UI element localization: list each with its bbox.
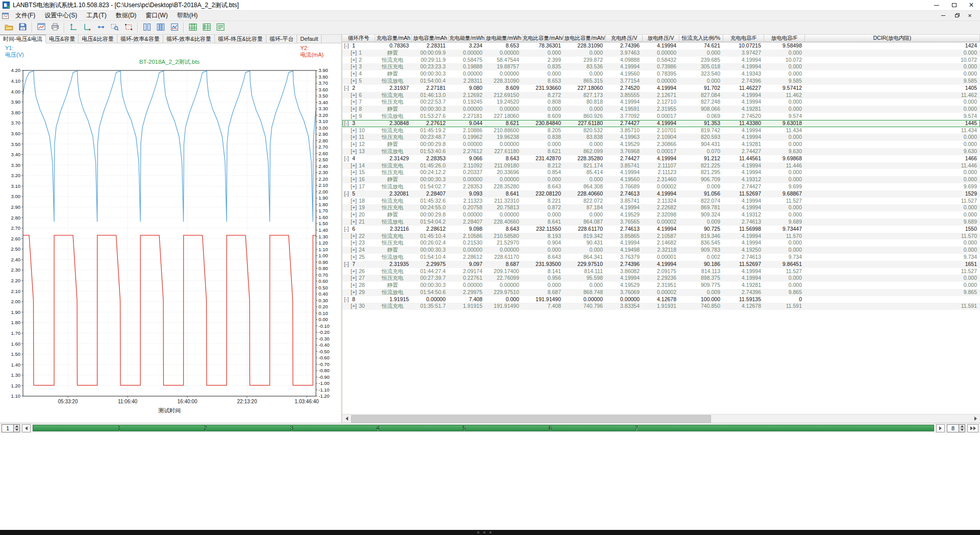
menu-item-4[interactable]: 窗口(W) [141,10,172,21]
step-row[interactable]: [+]16静置00:00:30.30.000000.000000.0000.00… [342,176,980,183]
chart-tab-7[interactable]: Default [297,35,322,43]
column-header-3[interactable]: 充电能量/mWh [449,35,485,42]
cycle-row[interactable]: [-]72.319352.299759.0978.687231.93500229… [342,261,980,268]
step-row[interactable]: [+]23恒压充电00:26:02.40.2153021.529700.9049… [342,239,980,247]
expand-toggle-icon[interactable]: [+] [351,148,359,155]
expand-toggle-icon[interactable]: [-] [344,42,352,50]
column-header-10[interactable]: 充电电容/F [723,35,764,42]
child-close-button[interactable] [966,12,974,19]
step-row[interactable]: [+]18恒流充电01:45:32.62.11323211.323108.221… [342,198,980,205]
cycle-row[interactable]: [-]81.919150.000007.4080.000191.914900.0… [342,296,980,303]
table-grid-button[interactable] [200,21,213,34]
scroll-right-button[interactable] [971,415,980,423]
expand-toggle-icon[interactable]: [+] [351,211,359,218]
expand-toggle-icon[interactable]: [+] [351,275,359,282]
chart-tab-5[interactable]: 循环-终压&比容量 [215,35,266,43]
end-cycle-spinner[interactable]: 8 [947,424,965,432]
expand-toggle-icon[interactable]: [+] [351,239,359,247]
curves-stack-button[interactable] [167,21,181,34]
column-header-6[interactable]: 放电比容量/mAh/ [564,35,606,42]
chart-tab-0[interactable]: 时间-电压&电流 [0,35,46,43]
step-row[interactable]: [+]30恒流充电01:35:51.71.91915191.914907.408… [342,303,980,310]
expand-toggle-icon[interactable]: [+] [351,70,359,78]
step-row[interactable]: [+]3恒压充电00:23:23.30.1988819.887570.83583… [342,63,980,70]
child-minimize-button[interactable] [939,12,947,19]
step-row[interactable]: [+]19恒压充电00:24:55.00.2075820.758130.8728… [342,204,980,211]
cycle-row[interactable]: [-]42.314292.283539.0668.643231.42870228… [342,155,980,162]
scroll-left-button[interactable] [342,415,351,423]
column-header-8[interactable]: 放电终压/V [643,35,679,42]
menu-item-5[interactable]: 帮助(H) [173,10,203,21]
scrollbar-thumb[interactable] [351,415,711,423]
step-row[interactable]: [+]12静置00:00:29.80.000000.000000.0000.00… [342,141,980,148]
table-horizontal-scrollbar[interactable] [342,414,980,423]
step-row[interactable]: [+]22恒流充电01:45:10.42.10586210.585808.193… [342,233,980,240]
step-row[interactable]: [+]21恒流放电01:54:04.22.28407228.406608.641… [342,218,980,226]
step-row[interactable]: [+]17恒流放电01:54:02.72.28353228.352808.643… [342,183,980,190]
curves-split-button[interactable] [154,21,167,34]
step-row[interactable]: [+]10恒流充电01:45:19.22.10886210.886008.205… [342,127,980,134]
axis-y-tool-button[interactable] [66,21,80,34]
step-row[interactable]: [+]9恒流放电01:53:27.62.27181227.180608.6098… [342,113,980,120]
expand-toggle-icon[interactable]: [+] [351,254,359,261]
column-header-7[interactable]: 充电终压/V [606,35,643,42]
spin-down-button[interactable] [14,428,19,432]
menu-item-1[interactable]: 设置中心(S) [40,10,82,21]
expand-toggle-icon[interactable]: [+] [351,141,359,148]
step-row[interactable]: [+]15恒压充电00:24:12.20.2033720.336960.8548… [342,169,980,176]
step-row[interactable]: [+]26恒流充电01:44:27.42.09174209.174008.141… [342,268,980,275]
expand-toggle-icon[interactable]: [+] [351,63,359,70]
expand-toggle-icon[interactable]: [+] [351,218,359,226]
axis-x-tool-button[interactable] [80,21,94,34]
expand-toggle-icon[interactable]: [+] [351,113,359,120]
next-cycle-button[interactable] [936,424,945,432]
chart-window-button[interactable] [34,21,48,34]
expand-toggle-icon[interactable]: [+] [351,289,359,296]
cycle-row[interactable]: [-]10.783632.283113.2348.65378.36301228.… [342,42,980,50]
step-row[interactable]: [+]7恒压充电00:22:53.70.1924519.245200.80880… [342,99,980,106]
step-row[interactable]: [+]28静置00:00:30.30.000000.000000.0000.00… [342,282,980,289]
chart-tab-3[interactable]: 循环-效率&容量 [117,35,163,43]
cycle-range-bar[interactable]: 1234567 [33,425,934,431]
expand-toggle-icon[interactable]: [+] [351,92,359,99]
expand-toggle-icon[interactable]: [+] [351,134,359,141]
chart-container[interactable]: BT-2018A_2_2测试.bts 4.204.104.003.903.803… [3,57,339,416]
menu-item-2[interactable]: 工具(T) [82,10,111,21]
open-button[interactable] [2,21,16,34]
column-header-0[interactable]: 循环序号 [342,35,375,42]
pan-horizontal-button[interactable] [94,21,108,34]
print-button[interactable] [48,21,62,34]
step-row[interactable]: [+]11恒压充电00:23:48.70.1996219.962380.8388… [342,134,980,141]
expand-toggle-icon[interactable]: [+] [351,268,359,275]
spin-down-button[interactable] [959,428,965,432]
expand-toggle-icon[interactable]: [+] [351,303,359,310]
chart-tab-1[interactable]: 电压&容量 [46,35,79,43]
prev-cycle-button[interactable] [22,424,31,432]
menu-item-3[interactable]: 数据(D) [111,10,141,21]
expand-toggle-icon[interactable]: [-] [344,226,352,233]
expand-toggle-icon[interactable]: [-] [344,155,352,162]
expand-toggle-icon[interactable]: [+] [351,78,359,85]
select-region-button[interactable] [121,21,135,34]
step-row[interactable]: [+]13恒流放电01:53:40.62.27612227.611808.621… [342,148,980,155]
expand-toggle-icon[interactable]: [+] [351,127,359,134]
column-header-4[interactable]: 放电能量/mWh [485,35,522,42]
curves-view-button[interactable] [140,21,154,34]
start-cycle-spinner[interactable]: 1 [2,424,20,432]
expand-toggle-icon[interactable]: [-] [344,85,352,92]
zoom-box-button[interactable] [108,21,121,34]
step-row[interactable]: [+]20静置00:00:29.80.000000.000000.0000.00… [342,211,980,218]
expand-toggle-icon[interactable]: [+] [351,57,359,64]
step-row[interactable]: [+]27恒压充电00:27:39.70.2276122.760990.9569… [342,275,980,282]
cycle-row[interactable]: [-]62.321162.286129.0988.643232.11550228… [342,226,980,233]
table-view-button[interactable] [186,21,200,34]
maximize-button[interactable] [945,0,963,10]
step-row[interactable]: [+]6恒流充电01:46:13.02.12692212.691508.2728… [342,92,980,99]
expand-toggle-icon[interactable]: [+] [351,176,359,183]
step-row[interactable]: [+]1静置00:00:09.90.000000.000000.0000.000… [342,50,980,57]
expand-toggle-icon[interactable]: [+] [351,204,359,211]
expand-toggle-icon[interactable]: [+] [351,198,359,205]
step-row[interactable]: [+]2恒流充电00:29:11.90.5847558.475442.39923… [342,57,980,64]
menu-item-0[interactable]: 文件(F) [11,10,40,21]
column-header-12[interactable]: DCIR(放电内阻) [805,35,980,42]
